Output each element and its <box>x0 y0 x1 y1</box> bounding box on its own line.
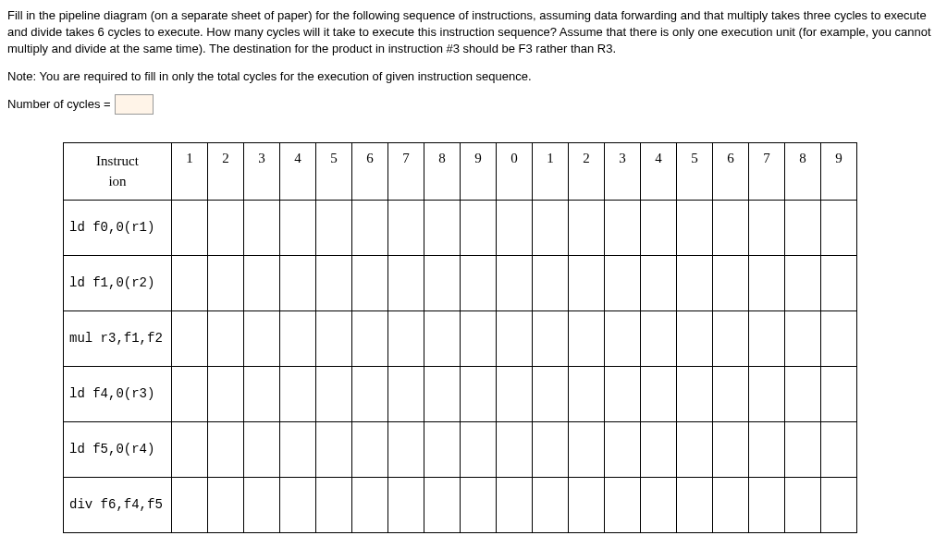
cycle-cell <box>352 310 388 366</box>
cycle-cell <box>677 477 713 532</box>
cycle-cell <box>172 200 208 255</box>
cycle-header: 3 <box>605 142 641 200</box>
cycle-cell <box>605 200 641 255</box>
cycle-cell <box>208 310 244 366</box>
cycle-cell <box>244 477 280 532</box>
cycle-cell <box>280 477 316 532</box>
cycle-cell <box>497 366 533 421</box>
cycle-cell <box>641 421 677 477</box>
cycle-cell <box>388 366 424 421</box>
cycle-cell <box>785 255 821 310</box>
cycle-cell <box>208 255 244 310</box>
cycle-cell <box>208 200 244 255</box>
cycle-cell <box>749 310 785 366</box>
table-row: ld f1,0(r2) <box>64 255 857 310</box>
cycle-cell <box>497 477 533 532</box>
cycle-cell <box>605 255 641 310</box>
cycle-cell <box>424 310 461 366</box>
note-text: Note: You are required to fill in only t… <box>7 69 940 83</box>
cycle-cell <box>497 200 533 255</box>
cycle-cell <box>461 421 497 477</box>
cycle-cell <box>713 200 749 255</box>
cycle-cell <box>388 200 424 255</box>
cycle-cell <box>388 310 424 366</box>
cycle-cell <box>461 477 497 532</box>
pipeline-table-container: Instruct ion 1 2 3 4 5 6 7 8 9 0 1 2 3 4… <box>63 142 940 533</box>
cycle-cell <box>605 421 641 477</box>
cycle-header: 3 <box>244 142 280 200</box>
cycle-cell <box>821 255 857 310</box>
cycle-cell <box>533 255 569 310</box>
cycle-cell <box>677 310 713 366</box>
cycle-cell <box>497 310 533 366</box>
cycle-cell <box>388 255 424 310</box>
instruction-cell: ld f4,0(r3) <box>64 366 172 421</box>
cycle-cell <box>461 200 497 255</box>
pipeline-table: Instruct ion 1 2 3 4 5 6 7 8 9 0 1 2 3 4… <box>63 142 857 533</box>
cycle-header: 5 <box>677 142 713 200</box>
cycle-cell <box>316 366 352 421</box>
cycle-cell <box>244 255 280 310</box>
cycle-cell <box>352 366 388 421</box>
instruction-cell: ld f1,0(r2) <box>64 255 172 310</box>
cycle-cell <box>316 310 352 366</box>
cycle-cell <box>533 200 569 255</box>
cycle-cell <box>821 366 857 421</box>
cycle-cell <box>605 366 641 421</box>
cycle-cell <box>172 255 208 310</box>
cycle-cell <box>749 421 785 477</box>
cycle-cell <box>533 421 569 477</box>
cycle-header: 2 <box>569 142 605 200</box>
cycle-cell <box>713 366 749 421</box>
cycle-cell <box>533 477 569 532</box>
cycle-cell <box>280 421 316 477</box>
cycle-cell <box>352 477 388 532</box>
cycle-header: 9 <box>461 142 497 200</box>
cycle-cell <box>316 255 352 310</box>
cycles-input[interactable] <box>115 94 154 115</box>
cycle-cell <box>172 366 208 421</box>
cycle-cell <box>677 366 713 421</box>
cycle-cell <box>497 255 533 310</box>
cycle-cell <box>749 255 785 310</box>
cycle-cell <box>352 200 388 255</box>
cycle-cell <box>641 255 677 310</box>
cycle-cell <box>821 200 857 255</box>
cycle-cell <box>352 421 388 477</box>
cycle-cell <box>641 310 677 366</box>
cycle-cell <box>244 366 280 421</box>
cycle-cell <box>605 310 641 366</box>
cycle-cell <box>280 310 316 366</box>
cycle-header: 0 <box>497 142 533 200</box>
cycle-cell <box>821 421 857 477</box>
cycle-header: 2 <box>208 142 244 200</box>
cycle-cell <box>424 366 461 421</box>
cycle-header: 1 <box>172 142 208 200</box>
cycle-cell <box>533 310 569 366</box>
cycle-cell <box>785 477 821 532</box>
cycle-cell <box>424 200 461 255</box>
cycle-cell <box>749 200 785 255</box>
cycle-header: 9 <box>821 142 857 200</box>
cycle-cell <box>461 310 497 366</box>
table-row: ld f0,0(r1) <box>64 200 857 255</box>
cycle-cell <box>172 421 208 477</box>
instruction-cell: div f6,f4,f5 <box>64 477 172 532</box>
cycle-cell <box>569 421 605 477</box>
cycle-cell <box>280 366 316 421</box>
cycle-cell <box>352 255 388 310</box>
cycle-cell <box>424 421 461 477</box>
cycle-cell <box>497 421 533 477</box>
cycle-cell <box>641 477 677 532</box>
cycle-cell <box>713 255 749 310</box>
cycle-cell <box>749 477 785 532</box>
cycle-cell <box>316 477 352 532</box>
cycle-header: 1 <box>533 142 569 200</box>
table-row: div f6,f4,f5 <box>64 477 857 532</box>
cycle-cell <box>424 255 461 310</box>
table-header-row: Instruct ion 1 2 3 4 5 6 7 8 9 0 1 2 3 4… <box>64 142 857 200</box>
cycle-cell <box>713 310 749 366</box>
cycle-cell <box>677 200 713 255</box>
cycle-cell <box>569 255 605 310</box>
cycle-header: 7 <box>749 142 785 200</box>
